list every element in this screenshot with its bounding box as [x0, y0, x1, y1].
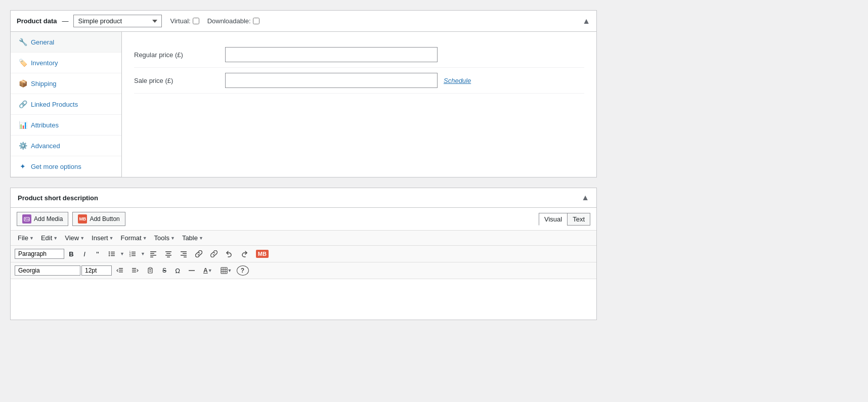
menu-table[interactable]: Table ▼ — [179, 233, 206, 243]
unordered-list-button[interactable] — [105, 248, 119, 260]
hr-button[interactable] — [185, 264, 199, 277]
table-arrow: ▼ — [199, 236, 203, 241]
table-button[interactable]: ▼ — [217, 264, 236, 277]
paragraph-select[interactable]: Paragraph Heading 1 Heading 2 Heading 3 … — [15, 249, 64, 259]
virtual-downloadable-group: Virtual: Downloadable: — [170, 17, 259, 25]
svg-rect-14 — [150, 251, 156, 252]
svg-rect-21 — [167, 257, 170, 258]
menu-insert[interactable]: Insert ▼ — [89, 233, 116, 243]
virtual-label[interactable]: Virtual: — [170, 17, 199, 25]
svg-rect-30 — [132, 270, 136, 271]
align-left-button[interactable] — [146, 248, 160, 260]
special-char-button[interactable]: Ω — [171, 264, 184, 277]
outdent-button[interactable] — [113, 264, 127, 277]
strikethrough-button[interactable]: S — [158, 264, 170, 277]
font-select[interactable]: Georgia Arial Times New Roman Courier Ne… — [15, 265, 80, 276]
svg-rect-29 — [132, 268, 136, 269]
product-data-title: Product data — [17, 17, 57, 25]
sidebar-item-shipping[interactable]: 📦 Shipping — [11, 73, 121, 94]
svg-rect-17 — [150, 257, 153, 258]
svg-rect-31 — [132, 272, 136, 273]
tab-text[interactable]: Text — [567, 213, 590, 226]
svg-rect-26 — [119, 268, 123, 269]
editor-toolbar-row2: Georgia Arial Times New Roman Courier Ne… — [11, 262, 596, 279]
view-arrow: ▼ — [80, 236, 84, 241]
paste-as-text-button[interactable] — [143, 264, 157, 277]
advanced-icon: ⚙️ — [19, 142, 27, 150]
ordered-list-button[interactable]: 1.2.3. — [125, 248, 140, 260]
virtual-checkbox[interactable] — [193, 18, 199, 24]
editor-top-toolbar: Add Media MB Add Button Visual Text — [11, 208, 596, 231]
ul-arrow[interactable]: ▼ — [120, 251, 124, 256]
sidebar-item-attributes[interactable]: 📊 Attributes — [11, 115, 121, 136]
menu-file[interactable]: File ▼ — [15, 233, 37, 243]
sale-price-input[interactable] — [225, 73, 438, 88]
add-button-button[interactable]: MB Add Button — [72, 212, 125, 226]
short-description-collapse-btn[interactable]: ▲ — [581, 193, 589, 202]
svg-rect-16 — [150, 255, 156, 256]
font-color-button[interactable]: A ▼ — [200, 264, 216, 277]
svg-point-6 — [109, 255, 110, 256]
font-size-select[interactable]: 8pt 10pt 11pt 12pt 14pt 18pt 24pt 36pt — [81, 265, 112, 276]
downloadable-label[interactable]: Downloadable: — [207, 17, 259, 25]
redo-button[interactable] — [237, 248, 251, 260]
file-arrow: ▼ — [29, 236, 34, 241]
help-button[interactable]: ? — [237, 265, 249, 276]
bold-button[interactable]: B — [65, 248, 77, 260]
svg-point-4 — [109, 253, 110, 254]
svg-rect-5 — [111, 253, 115, 254]
edit-arrow: ▼ — [53, 236, 58, 241]
sidebar-item-linked-products[interactable]: 🔗 Linked Products — [11, 94, 121, 115]
editor-content[interactable] — [11, 279, 596, 320]
sale-price-row: Sale price (£) Schedule — [134, 68, 584, 94]
undo-button[interactable] — [222, 248, 236, 260]
menu-tools[interactable]: Tools ▼ — [151, 233, 178, 243]
align-right-button[interactable] — [177, 248, 191, 260]
indent-button[interactable] — [128, 264, 142, 277]
add-media-button[interactable]: Add Media — [17, 212, 68, 226]
format-arrow: ▼ — [143, 236, 147, 241]
menu-view[interactable]: View ▼ — [62, 233, 88, 243]
sidebar-item-linked-products-label: Linked Products — [31, 101, 78, 108]
align-center-button[interactable] — [161, 248, 176, 260]
svg-rect-28 — [119, 272, 123, 273]
svg-rect-24 — [181, 255, 187, 256]
schedule-link[interactable]: Schedule — [444, 77, 471, 84]
inventory-icon: 🏷️ — [19, 59, 27, 67]
blockquote-button[interactable]: " — [92, 248, 104, 260]
sale-price-label: Sale price (£) — [134, 77, 225, 84]
sidebar-item-general[interactable]: 🔧 General — [11, 32, 121, 53]
ol-arrow[interactable]: ▼ — [141, 251, 145, 256]
italic-button[interactable]: I — [78, 248, 91, 260]
tab-visual[interactable]: Visual — [539, 213, 567, 226]
link-button[interactable] — [192, 248, 206, 260]
regular-price-row: Regular price (£) — [134, 42, 584, 68]
editor-toolbar-row1: Paragraph Heading 1 Heading 2 Heading 3 … — [11, 246, 596, 262]
svg-rect-9 — [132, 252, 136, 252]
svg-rect-37 — [221, 267, 227, 274]
downloadable-checkbox[interactable] — [253, 18, 259, 24]
short-description-header: Product short description ▲ — [11, 188, 596, 208]
product-type-select[interactable]: Simple product Variable product Grouped … — [73, 15, 162, 27]
menu-edit[interactable]: Edit ▼ — [38, 233, 61, 243]
svg-point-2 — [109, 251, 110, 252]
sidebar-item-inventory[interactable]: 🏷️ Inventory — [11, 53, 121, 73]
menu-format[interactable]: Format ▼ — [118, 233, 150, 243]
sidebar-item-get-more-options[interactable]: ✦ Get more options — [11, 156, 121, 177]
sidebar-item-attributes-label: Attributes — [31, 121, 59, 129]
panel-dash: — — [62, 17, 68, 25]
svg-rect-27 — [119, 270, 123, 271]
unlink-button[interactable] — [207, 248, 221, 260]
mb-badge: MB — [256, 250, 269, 258]
regular-price-input[interactable] — [225, 47, 438, 62]
table-toolbar-arrow[interactable]: ▼ — [228, 268, 232, 273]
svg-rect-13 — [132, 255, 136, 256]
sidebar-item-advanced[interactable]: ⚙️ Advanced — [11, 136, 121, 156]
svg-point-1 — [25, 218, 26, 219]
font-color-a: A — [203, 267, 208, 274]
mb-button[interactable]: MB — [252, 248, 272, 260]
font-color-arrow[interactable]: ▼ — [208, 268, 212, 273]
visual-text-tabs: Visual Text — [539, 213, 590, 226]
short-description-title: Product short description — [18, 194, 98, 202]
product-data-collapse-btn[interactable]: ▲ — [582, 17, 590, 26]
